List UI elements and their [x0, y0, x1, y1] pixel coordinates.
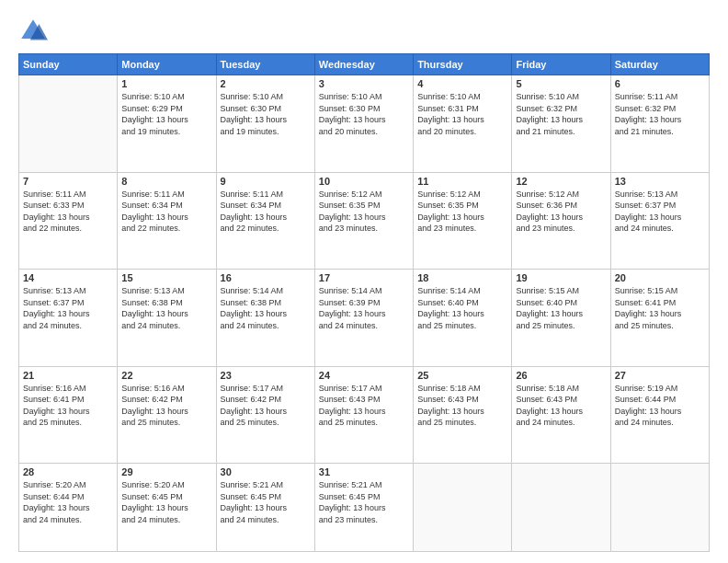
day-cell — [610, 464, 709, 552]
day-cell: 15Sunrise: 5:13 AM Sunset: 6:38 PM Dayli… — [118, 270, 216, 367]
day-info: Sunrise: 5:15 AM Sunset: 6:40 PM Dayligh… — [516, 285, 606, 331]
day-cell: 22Sunrise: 5:16 AM Sunset: 6:42 PM Dayli… — [118, 366, 216, 464]
day-info: Sunrise: 5:13 AM Sunset: 6:37 PM Dayligh… — [23, 285, 113, 331]
day-info: Sunrise: 5:14 AM Sunset: 6:38 PM Dayligh… — [221, 285, 311, 331]
day-cell: 26Sunrise: 5:18 AM Sunset: 6:43 PM Dayli… — [512, 366, 610, 464]
week-row-1: 7Sunrise: 5:11 AM Sunset: 6:33 PM Daylig… — [19, 172, 710, 270]
day-number: 7 — [23, 176, 113, 187]
day-info: Sunrise: 5:10 AM Sunset: 6:29 PM Dayligh… — [121, 91, 211, 137]
day-info: Sunrise: 5:21 AM Sunset: 6:45 PM Dayligh… — [319, 479, 409, 525]
day-number: 28 — [23, 466, 113, 477]
page-header — [18, 17, 710, 46]
day-cell: 7Sunrise: 5:11 AM Sunset: 6:33 PM Daylig… — [19, 172, 118, 270]
day-info: Sunrise: 5:13 AM Sunset: 6:38 PM Dayligh… — [121, 285, 211, 331]
header-thursday: Thursday — [414, 54, 512, 75]
day-cell: 21Sunrise: 5:16 AM Sunset: 6:41 PM Dayli… — [19, 366, 118, 464]
day-number: 1 — [121, 78, 211, 89]
day-number: 3 — [319, 78, 409, 89]
day-info: Sunrise: 5:17 AM Sunset: 6:43 PM Dayligh… — [319, 383, 409, 429]
day-number: 18 — [417, 272, 507, 283]
day-cell: 3Sunrise: 5:10 AM Sunset: 6:30 PM Daylig… — [314, 75, 413, 173]
day-number: 17 — [319, 272, 409, 283]
day-number: 31 — [319, 466, 409, 477]
day-info: Sunrise: 5:21 AM Sunset: 6:45 PM Dayligh… — [221, 479, 311, 525]
day-info: Sunrise: 5:14 AM Sunset: 6:40 PM Dayligh… — [417, 285, 507, 331]
header-monday: Monday — [118, 54, 216, 75]
day-number: 8 — [121, 176, 211, 187]
day-info: Sunrise: 5:18 AM Sunset: 6:43 PM Dayligh… — [516, 383, 606, 429]
day-info: Sunrise: 5:17 AM Sunset: 6:42 PM Dayligh… — [221, 383, 311, 429]
day-info: Sunrise: 5:13 AM Sunset: 6:37 PM Dayligh… — [615, 189, 705, 235]
day-cell — [414, 464, 512, 552]
day-cell: 11Sunrise: 5:12 AM Sunset: 6:35 PM Dayli… — [414, 172, 512, 270]
day-number: 22 — [121, 370, 211, 381]
header-friday: Friday — [512, 54, 610, 75]
day-info: Sunrise: 5:15 AM Sunset: 6:41 PM Dayligh… — [615, 285, 705, 331]
day-info: Sunrise: 5:11 AM Sunset: 6:32 PM Dayligh… — [615, 91, 705, 137]
day-number: 12 — [516, 176, 606, 187]
day-info: Sunrise: 5:16 AM Sunset: 6:41 PM Dayligh… — [23, 383, 113, 429]
day-cell: 29Sunrise: 5:20 AM Sunset: 6:45 PM Dayli… — [118, 464, 216, 552]
week-row-2: 14Sunrise: 5:13 AM Sunset: 6:37 PM Dayli… — [19, 270, 710, 367]
day-number: 11 — [417, 176, 507, 187]
day-cell: 17Sunrise: 5:14 AM Sunset: 6:39 PM Dayli… — [314, 270, 413, 367]
day-cell: 5Sunrise: 5:10 AM Sunset: 6:32 PM Daylig… — [512, 75, 610, 173]
day-cell: 10Sunrise: 5:12 AM Sunset: 6:35 PM Dayli… — [314, 172, 413, 270]
week-row-0: 1Sunrise: 5:10 AM Sunset: 6:29 PM Daylig… — [19, 75, 710, 173]
day-info: Sunrise: 5:11 AM Sunset: 6:33 PM Dayligh… — [23, 189, 113, 235]
day-cell — [19, 75, 118, 173]
day-cell: 14Sunrise: 5:13 AM Sunset: 6:37 PM Dayli… — [19, 270, 118, 367]
day-info: Sunrise: 5:18 AM Sunset: 6:43 PM Dayligh… — [417, 383, 507, 429]
day-number: 5 — [516, 78, 606, 89]
day-info: Sunrise: 5:14 AM Sunset: 6:39 PM Dayligh… — [319, 285, 409, 331]
header-row: SundayMondayTuesdayWednesdayThursdayFrid… — [19, 54, 710, 75]
day-number: 2 — [221, 78, 311, 89]
week-row-4: 28Sunrise: 5:20 AM Sunset: 6:44 PM Dayli… — [19, 464, 710, 552]
day-number: 9 — [221, 176, 311, 187]
day-cell: 20Sunrise: 5:15 AM Sunset: 6:41 PM Dayli… — [610, 270, 709, 367]
day-number: 6 — [615, 78, 705, 89]
day-info: Sunrise: 5:16 AM Sunset: 6:42 PM Dayligh… — [121, 383, 211, 429]
day-info: Sunrise: 5:20 AM Sunset: 6:44 PM Dayligh… — [23, 479, 113, 525]
day-number: 16 — [221, 272, 311, 283]
day-cell: 31Sunrise: 5:21 AM Sunset: 6:45 PM Dayli… — [314, 464, 413, 552]
day-number: 27 — [615, 370, 705, 381]
day-info: Sunrise: 5:10 AM Sunset: 6:30 PM Dayligh… — [221, 91, 311, 137]
day-cell: 16Sunrise: 5:14 AM Sunset: 6:38 PM Dayli… — [216, 270, 314, 367]
header-wednesday: Wednesday — [314, 54, 413, 75]
day-cell: 24Sunrise: 5:17 AM Sunset: 6:43 PM Dayli… — [314, 366, 413, 464]
day-number: 10 — [319, 176, 409, 187]
day-cell: 1Sunrise: 5:10 AM Sunset: 6:29 PM Daylig… — [118, 75, 216, 173]
calendar-body: 1Sunrise: 5:10 AM Sunset: 6:29 PM Daylig… — [19, 75, 710, 552]
day-info: Sunrise: 5:10 AM Sunset: 6:31 PM Dayligh… — [417, 91, 507, 137]
day-number: 19 — [516, 272, 606, 283]
day-info: Sunrise: 5:12 AM Sunset: 6:36 PM Dayligh… — [516, 189, 606, 235]
day-cell: 2Sunrise: 5:10 AM Sunset: 6:30 PM Daylig… — [216, 75, 314, 173]
day-info: Sunrise: 5:10 AM Sunset: 6:30 PM Dayligh… — [319, 91, 409, 137]
day-number: 24 — [319, 370, 409, 381]
day-info: Sunrise: 5:12 AM Sunset: 6:35 PM Dayligh… — [417, 189, 507, 235]
day-cell: 30Sunrise: 5:21 AM Sunset: 6:45 PM Dayli… — [216, 464, 314, 552]
header-sunday: Sunday — [19, 54, 118, 75]
day-info: Sunrise: 5:11 AM Sunset: 6:34 PM Dayligh… — [121, 189, 211, 235]
day-cell: 8Sunrise: 5:11 AM Sunset: 6:34 PM Daylig… — [118, 172, 216, 270]
day-cell: 19Sunrise: 5:15 AM Sunset: 6:40 PM Dayli… — [512, 270, 610, 367]
week-row-3: 21Sunrise: 5:16 AM Sunset: 6:41 PM Dayli… — [19, 366, 710, 464]
day-number: 15 — [121, 272, 211, 283]
calendar-header: SundayMondayTuesdayWednesdayThursdayFrid… — [19, 54, 710, 75]
day-number: 23 — [221, 370, 311, 381]
day-cell: 25Sunrise: 5:18 AM Sunset: 6:43 PM Dayli… — [414, 366, 512, 464]
day-info: Sunrise: 5:12 AM Sunset: 6:35 PM Dayligh… — [319, 189, 409, 235]
day-info: Sunrise: 5:10 AM Sunset: 6:32 PM Dayligh… — [516, 91, 606, 137]
day-number: 30 — [221, 466, 311, 477]
day-number: 4 — [417, 78, 507, 89]
day-cell: 4Sunrise: 5:10 AM Sunset: 6:31 PM Daylig… — [414, 75, 512, 173]
day-number: 29 — [121, 466, 211, 477]
day-number: 13 — [615, 176, 705, 187]
day-number: 25 — [417, 370, 507, 381]
day-cell: 23Sunrise: 5:17 AM Sunset: 6:42 PM Dayli… — [216, 366, 314, 464]
day-number: 26 — [516, 370, 606, 381]
day-cell: 9Sunrise: 5:11 AM Sunset: 6:34 PM Daylig… — [216, 172, 314, 270]
day-cell: 12Sunrise: 5:12 AM Sunset: 6:36 PM Dayli… — [512, 172, 610, 270]
day-cell: 18Sunrise: 5:14 AM Sunset: 6:40 PM Dayli… — [414, 270, 512, 367]
